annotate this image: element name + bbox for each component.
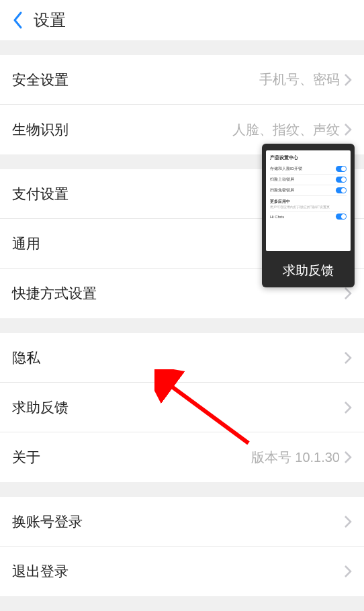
- chevron-right-icon: [344, 565, 352, 578]
- toggle-icon: [336, 214, 347, 220]
- row-label: 退出登录: [12, 562, 69, 581]
- settings-group-4: 换账号登录 退出登录: [0, 497, 364, 596]
- row-switch-account[interactable]: 换账号登录: [0, 497, 364, 547]
- chevron-right-icon: [344, 451, 352, 464]
- row-privacy[interactable]: 隐私: [0, 333, 364, 383]
- row-label: 换账号登录: [12, 512, 83, 531]
- row-label: 关于: [12, 448, 40, 467]
- section-gap: [0, 318, 364, 333]
- chevron-right-icon: [344, 401, 352, 414]
- floating-help-card[interactable]: 产品设置中心 存储和人脸ID开锁 扫脸上动锁屏 扫脸免密锁屏 更多应用中 用户可…: [262, 144, 355, 287]
- toggle-icon: [336, 177, 347, 183]
- row-label: 求助反馈: [12, 398, 69, 417]
- row-note: 人脸、指纹、声纹: [232, 121, 340, 139]
- header: 设置: [0, 0, 364, 40]
- page-title: 设置: [34, 9, 66, 31]
- row-note: 版本号 10.1.30: [251, 449, 340, 467]
- chevron-right-icon: [344, 515, 352, 528]
- row-label: 支付设置: [12, 185, 69, 203]
- floating-card-label: 求助反馈: [262, 255, 355, 287]
- toggle-icon: [336, 187, 347, 193]
- preview-title: 产品设置中心: [270, 154, 347, 161]
- row-label: 生物识别: [12, 120, 69, 139]
- row-note: 手机号、密码: [259, 70, 340, 89]
- toggle-icon: [336, 166, 347, 172]
- chevron-right-icon: [344, 287, 352, 300]
- row-label: 安全设置: [12, 70, 69, 89]
- section-gap: [0, 482, 364, 497]
- floating-preview: 产品设置中心 存储和人脸ID开锁 扫脸上动锁屏 扫脸免密锁屏 更多应用中 用户可…: [266, 150, 351, 251]
- back-button[interactable]: [8, 7, 28, 34]
- row-help-feedback[interactable]: 求助反馈: [0, 383, 364, 432]
- chevron-left-icon: [12, 11, 24, 30]
- settings-group-1: 安全设置 手机号、密码 生物识别 人脸、指纹、声纹: [0, 55, 364, 154]
- chevron-right-icon: [344, 123, 352, 136]
- chevron-right-icon: [344, 351, 352, 365]
- chevron-right-icon: [344, 73, 352, 87]
- row-about[interactable]: 关于 版本号 10.1.30: [0, 432, 364, 482]
- settings-group-3: 隐私 求助反馈 关于 版本号 10.1.30: [0, 333, 364, 482]
- row-security-settings[interactable]: 安全设置 手机号、密码: [0, 55, 364, 105]
- section-gap: [0, 40, 364, 55]
- row-logout[interactable]: 退出登录: [0, 547, 364, 596]
- row-label: 通用: [12, 234, 40, 253]
- row-label: 隐私: [12, 348, 40, 367]
- row-label: 快捷方式设置: [12, 284, 97, 303]
